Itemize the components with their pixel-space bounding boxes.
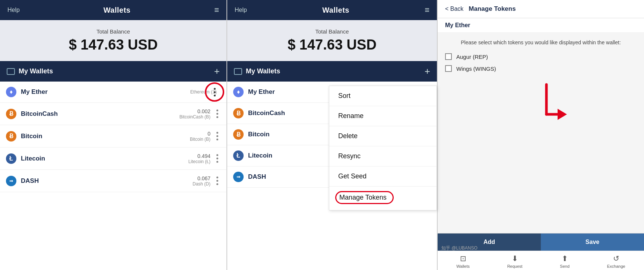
wallet-item-litecoin[interactable]: Ł Litecoin 0.494 Litecoin (Ł) xyxy=(0,147,226,170)
menu-delete[interactable]: Delete xyxy=(329,126,437,146)
context-menu: Sort Rename Delete Resync Get Seed Manag… xyxy=(329,86,437,210)
panel1-header: Help Wallets ≡ xyxy=(0,0,226,20)
save-button[interactable]: Save xyxy=(541,234,644,251)
panel3-title: Manage Tokens xyxy=(469,5,515,13)
panel2-balance-amount: $ 147.63 USD xyxy=(235,37,429,53)
nav-send[interactable]: ⬆ Send xyxy=(560,254,570,269)
nav-wallets-label: Wallets xyxy=(456,264,470,269)
wallet2-icon xyxy=(234,68,242,75)
bitcoin-balance: 0 Bitcoin (B) xyxy=(190,131,210,142)
wallets-nav-icon: ⊡ xyxy=(460,254,466,263)
back-button[interactable]: < Back xyxy=(445,6,463,12)
litecoin-name: Litecoin xyxy=(21,155,188,162)
p2-bitcoin-icon: Ƀ xyxy=(233,129,244,140)
wallet-item-bitcoin[interactable]: Ƀ Bitcoin 0 Bitcoin (B) xyxy=(0,125,226,147)
litecoin-icon: Ł xyxy=(6,153,16,164)
wallet-item-bitcoincash[interactable]: Ƀ BitcoinCash 0.002 BitcoinCash (B) xyxy=(0,103,226,125)
my-ether-options-highlight[interactable] xyxy=(205,82,224,102)
nav-wallets[interactable]: ⊡ Wallets xyxy=(456,254,470,269)
request-nav-icon: ⬇ xyxy=(512,254,518,263)
bitcoincash-dots-button[interactable] xyxy=(214,108,221,120)
p2-dash-icon: ⇒ xyxy=(233,172,244,182)
menu-get-seed[interactable]: Get Seed xyxy=(329,166,437,187)
my-ether-name: My Ether xyxy=(21,88,190,96)
bitcoin-icon: Ƀ xyxy=(6,131,16,142)
dot xyxy=(214,88,216,90)
litecoin-balance: 0.494 Litecoin (Ł) xyxy=(188,153,210,164)
panel2-add-wallet-button[interactable]: + xyxy=(425,66,430,77)
my-ether-dots-button[interactable] xyxy=(214,88,216,96)
wallet-item-dash[interactable]: ⇒ DASH 0.067 Dash (D) xyxy=(0,170,226,192)
wallet-item-my-ether[interactable]: ♦ My Ether Ethereum (Ξ) xyxy=(0,82,226,103)
menu-manage-tokens[interactable]: Manage Tokens xyxy=(329,187,437,210)
nav-request[interactable]: ⬇ Request xyxy=(507,254,523,269)
bitcoincash-unit: BitcoinCash (B) xyxy=(180,114,210,120)
nav-send-label: Send xyxy=(560,264,570,269)
dot xyxy=(216,139,218,140)
bitcoin-amount: 0 xyxy=(190,131,210,137)
watermark: 知乎 @LUBANSO xyxy=(441,245,478,251)
panel3-header: < Back Manage Tokens xyxy=(438,0,644,18)
red-arrow-icon xyxy=(535,81,569,129)
dash-unit: Dash (D) xyxy=(193,181,210,187)
wallet-icon xyxy=(7,68,15,75)
exchange-nav-icon: ↺ xyxy=(613,254,619,263)
dot xyxy=(216,161,218,163)
wings-checkbox[interactable] xyxy=(445,65,452,72)
panel1-wallets-label: My Wallets xyxy=(19,67,53,75)
nav-request-label: Request xyxy=(507,264,523,269)
panel1-hamburger-icon[interactable]: ≡ xyxy=(214,5,219,15)
menu-sort[interactable]: Sort xyxy=(329,86,437,106)
dash-dots-button[interactable] xyxy=(214,175,221,187)
dot xyxy=(216,135,218,137)
bitcoin-dots-button[interactable] xyxy=(214,130,221,142)
bitcoincash-icon: Ƀ xyxy=(6,109,16,119)
wings-label: Wings (WINGS) xyxy=(456,66,496,72)
dot xyxy=(216,132,218,134)
panel1-balance-section: Total Balance $ 147.63 USD xyxy=(0,20,226,61)
litecoin-dots-button[interactable] xyxy=(214,153,221,164)
dot xyxy=(216,177,218,178)
dash-amount: 0.067 xyxy=(193,175,210,181)
dot xyxy=(216,180,218,182)
my-ether-icon: ♦ xyxy=(6,87,16,97)
bitcoin-name: Bitcoin xyxy=(21,133,190,140)
dash-name: DASH xyxy=(21,177,193,185)
panel1-add-wallet-button[interactable]: + xyxy=(214,66,220,77)
bitcoincash-balance: 0.002 BitcoinCash (B) xyxy=(180,108,210,120)
dot xyxy=(216,183,218,185)
augur-label: Augur (REP) xyxy=(456,54,488,60)
panel3-wallet-name: My Ether xyxy=(438,18,644,33)
panel2-wallets-label: My Wallets xyxy=(246,67,280,75)
panel2-help[interactable]: Help xyxy=(235,7,247,13)
panel-2: Help Wallets ≡ Total Balance $ 147.63 US… xyxy=(227,0,438,270)
panel2-balance-section: Total Balance $ 147.63 USD xyxy=(227,20,437,61)
panel2-title: Wallets xyxy=(322,6,349,15)
dot xyxy=(214,91,216,93)
panel1-balance-amount: $ 147.63 USD xyxy=(7,37,219,53)
dash-icon: ⇒ xyxy=(6,176,16,186)
augur-checkbox[interactable] xyxy=(445,53,452,60)
p2-ltc-icon: Ł xyxy=(233,150,244,161)
panel2-hamburger-icon[interactable]: ≡ xyxy=(425,5,429,15)
panel2-balance-label: Total Balance xyxy=(235,28,429,35)
menu-rename[interactable]: Rename xyxy=(329,106,437,126)
panel3-body: Please select which tokens you would lik… xyxy=(438,33,644,233)
manage-tokens-highlight: Manage Tokens xyxy=(335,191,394,204)
litecoin-unit: Litecoin (Ł) xyxy=(188,159,210,164)
p2-eth-icon: ♦ xyxy=(233,87,244,97)
bitcoin-unit: Bitcoin (B) xyxy=(190,137,210,142)
nav-exchange[interactable]: ↺ Exchange xyxy=(607,254,625,269)
panel2-wallets-header: My Wallets + xyxy=(227,61,437,82)
panel2-wallets-label-group: My Wallets xyxy=(234,67,280,75)
bitcoincash-amount: 0.002 xyxy=(180,108,210,114)
arrow-area xyxy=(445,77,637,129)
dash-balance: 0.067 Dash (D) xyxy=(193,175,210,187)
panel1-balance-label: Total Balance xyxy=(7,28,219,35)
svg-marker-2 xyxy=(558,109,567,120)
panel1-title: Wallets xyxy=(104,6,131,15)
panel1-help[interactable]: Help xyxy=(7,7,20,13)
menu-resync[interactable]: Resync xyxy=(329,146,437,166)
bottom-nav: ⊡ Wallets ⬇ Request ⬆ Send ↺ Exchange 知乎… xyxy=(438,251,644,270)
dot xyxy=(216,154,218,156)
